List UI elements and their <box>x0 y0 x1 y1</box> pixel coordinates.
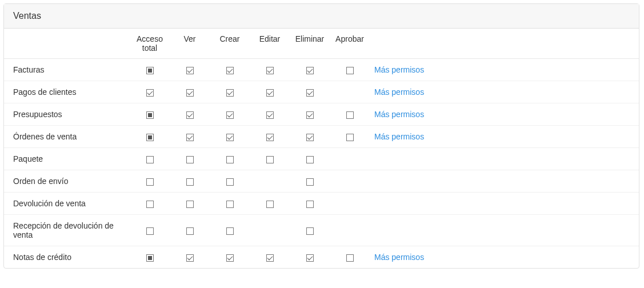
panel-title: Ventas <box>4 4 639 29</box>
checkbox-acceso_total[interactable] <box>146 178 154 186</box>
row-label: Notas de crédito <box>4 246 130 269</box>
checkbox-acceso_total[interactable] <box>146 227 154 235</box>
checkbox-crear[interactable] <box>226 134 234 141</box>
cell-acceso_total <box>130 59 170 81</box>
cell-acceso_total <box>130 170 170 193</box>
more-permissions-link[interactable]: Más permisos <box>374 132 424 141</box>
checkbox-acceso_total[interactable] <box>146 254 154 262</box>
checkbox-acceso_total[interactable] <box>146 201 154 208</box>
row-label: Devolución de venta <box>4 193 130 215</box>
checkbox-crear[interactable] <box>226 227 234 235</box>
checkbox-editar[interactable] <box>266 134 274 141</box>
cell-more: Más permisos <box>370 103 639 126</box>
cell-eliminar <box>290 81 330 103</box>
cell-more <box>370 148 639 170</box>
table-row: Órdenes de ventaMás permisos <box>4 126 639 148</box>
checkbox-eliminar[interactable] <box>306 178 314 186</box>
cell-eliminar <box>290 215 330 246</box>
checkbox-aprobar[interactable] <box>346 67 354 74</box>
checkbox-eliminar[interactable] <box>306 111 314 119</box>
table-row: Pagos de clientesMás permisos <box>4 81 639 103</box>
checkbox-ver[interactable] <box>186 227 194 235</box>
cell-crear <box>210 246 250 269</box>
cell-ver <box>170 193 210 215</box>
header-eliminar: Eliminar <box>290 29 330 59</box>
table-row: PresupuestosMás permisos <box>4 103 639 126</box>
checkbox-crear[interactable] <box>226 254 234 262</box>
table-header-row: Acceso total Ver Crear Editar Eliminar A… <box>4 29 639 59</box>
cell-eliminar <box>290 193 330 215</box>
table-row: Recepción de devolución de venta <box>4 215 639 246</box>
checkbox-eliminar[interactable] <box>306 227 314 235</box>
cell-more: Más permisos <box>370 59 639 81</box>
checkbox-acceso_total[interactable] <box>146 67 154 74</box>
checkbox-editar[interactable] <box>266 201 274 208</box>
header-editar: Editar <box>250 29 290 59</box>
checkbox-editar[interactable] <box>266 254 274 262</box>
checkbox-crear[interactable] <box>226 178 234 186</box>
checkbox-acceso_total[interactable] <box>146 111 154 119</box>
more-permissions-link[interactable]: Más permisos <box>374 87 424 97</box>
more-permissions-link[interactable]: Más permisos <box>374 253 424 262</box>
checkbox-aprobar[interactable] <box>346 254 354 262</box>
checkbox-acceso_total[interactable] <box>146 134 154 141</box>
more-permissions-link[interactable]: Más permisos <box>374 65 424 74</box>
checkbox-ver[interactable] <box>186 89 194 97</box>
cell-aprobar <box>330 148 370 170</box>
checkbox-eliminar[interactable] <box>306 201 314 208</box>
cell-aprobar <box>330 170 370 193</box>
row-label: Recepción de devolución de venta <box>4 215 130 246</box>
checkbox-crear[interactable] <box>226 67 234 74</box>
cell-crear <box>210 81 250 103</box>
cell-ver <box>170 81 210 103</box>
cell-ver <box>170 246 210 269</box>
checkbox-aprobar[interactable] <box>346 111 354 119</box>
cell-crear <box>210 103 250 126</box>
checkbox-ver[interactable] <box>186 111 194 119</box>
cell-eliminar <box>290 170 330 193</box>
checkbox-ver[interactable] <box>186 254 194 262</box>
cell-eliminar <box>290 59 330 81</box>
checkbox-eliminar[interactable] <box>306 67 314 74</box>
checkbox-ver[interactable] <box>186 134 194 141</box>
cell-acceso_total <box>130 193 170 215</box>
checkbox-eliminar[interactable] <box>306 134 314 141</box>
checkbox-eliminar[interactable] <box>306 254 314 262</box>
checkbox-ver[interactable] <box>186 156 194 163</box>
checkbox-crear[interactable] <box>226 156 234 163</box>
checkbox-eliminar[interactable] <box>306 156 314 163</box>
checkbox-crear[interactable] <box>226 89 234 97</box>
cell-more: Más permisos <box>370 246 639 269</box>
header-crear: Crear <box>210 29 250 59</box>
checkbox-crear[interactable] <box>226 111 234 119</box>
checkbox-editar[interactable] <box>266 156 274 163</box>
checkbox-acceso_total[interactable] <box>146 89 154 97</box>
cell-editar <box>250 193 290 215</box>
checkbox-aprobar[interactable] <box>346 134 354 141</box>
cell-aprobar <box>330 246 370 269</box>
cell-crear <box>210 193 250 215</box>
cell-editar <box>250 59 290 81</box>
permissions-table: Acceso total Ver Crear Editar Eliminar A… <box>4 29 639 268</box>
row-label: Paquete <box>4 148 130 170</box>
cell-eliminar <box>290 103 330 126</box>
cell-eliminar <box>290 148 330 170</box>
cell-aprobar <box>330 193 370 215</box>
checkbox-editar[interactable] <box>266 67 274 74</box>
cell-aprobar <box>330 103 370 126</box>
cell-more: Más permisos <box>370 126 639 148</box>
checkbox-editar[interactable] <box>266 111 274 119</box>
cell-acceso_total <box>130 215 170 246</box>
header-acceso-total: Acceso total <box>130 29 170 59</box>
cell-crear <box>210 126 250 148</box>
checkbox-ver[interactable] <box>186 67 194 74</box>
checkbox-ver[interactable] <box>186 178 194 186</box>
cell-crear <box>210 215 250 246</box>
checkbox-crear[interactable] <box>226 201 234 208</box>
checkbox-ver[interactable] <box>186 201 194 208</box>
checkbox-eliminar[interactable] <box>306 89 314 97</box>
cell-more <box>370 170 639 193</box>
more-permissions-link[interactable]: Más permisos <box>374 110 424 119</box>
checkbox-acceso_total[interactable] <box>146 156 154 163</box>
checkbox-editar[interactable] <box>266 89 274 97</box>
